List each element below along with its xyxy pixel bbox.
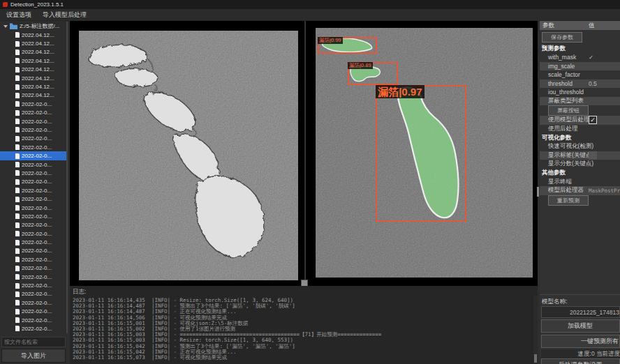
tree-item[interactable]: 2022-02-0...: [0, 126, 68, 134]
param-row-show-label[interactable]: 显示标签(关键点): [540, 151, 620, 160]
tree-item[interactable]: 2022-02-0...: [0, 324, 68, 333]
param-row-show-terminal[interactable]: 显示终端: [540, 178, 620, 187]
param-row-mask-type-list[interactable]: 屏蔽类型列表: [540, 97, 620, 106]
tree-scrollbar[interactable]: [66, 22, 68, 333]
file-icon: [15, 179, 20, 185]
tree-item[interactable]: 2022-02-0...: [0, 281, 68, 289]
param-label: 快速可视化(检测): [548, 142, 593, 151]
panel-scrollbar-thumb[interactable]: [537, 187, 539, 197]
tree-item[interactable]: 2022-02-0...: [0, 151, 68, 160]
param-value: MaskPostPro: [589, 188, 620, 194]
tree-item[interactable]: 2022-02-0...: [0, 160, 68, 169]
model-name-label: 模型名称:: [542, 298, 567, 306]
log-line: 2023-01-11 16:16:14,506 |INFO| - 可视化预测结果…: [70, 315, 538, 321]
tree-item[interactable]: 2022-02-0...: [0, 143, 68, 151]
left-image-original[interactable]: [79, 31, 298, 280]
tree-item[interactable]: 2022-02-0...: [0, 308, 68, 316]
viewer-divider: [304, 21, 306, 286]
tree-item[interactable]: 2022-02-0...: [0, 100, 68, 108]
tree-item[interactable]: 2022.04.12...: [0, 82, 68, 91]
tree-root-folder[interactable]: Z:/5-标注数据/...: [0, 22, 68, 31]
postprocess-settings-button[interactable]: 后处理参数设置: [541, 358, 620, 364]
tree-item[interactable]: 2022-02-0...: [0, 238, 68, 246]
log-scrollbar[interactable]: [533, 296, 538, 364]
tree-item[interactable]: 2022-02-0...: [0, 221, 68, 229]
tree-item[interactable]: 2022-02-0...: [0, 298, 68, 307]
tree-item[interactable]: 2022-02-0...: [0, 135, 68, 143]
file-sidebar: Z:/5-标注数据/... 2022.04.12... 2022.04.12..…: [0, 21, 68, 364]
param-row-threshold[interactable]: threshold 0.5: [540, 79, 620, 89]
param-row-quick-visualization[interactable]: 快速可视化(检测): [540, 142, 620, 151]
param-label: img_scale: [548, 63, 575, 70]
import-images-button[interactable]: 导入图片: [1, 349, 66, 363]
menu-item-import-postprocess[interactable]: 导入模型后处理: [43, 10, 87, 20]
filename-search-input[interactable]: [1, 337, 66, 347]
tree-item[interactable]: 2022-02-0...: [0, 290, 68, 298]
tree-item[interactable]: 2022-02-0...: [0, 255, 68, 264]
tree-item[interactable]: 2022-02-0...: [0, 273, 68, 281]
tree-item[interactable]: 2022-02-0...: [0, 229, 68, 238]
file-icon: [15, 162, 20, 167]
tree-item[interactable]: 2022-02-0...: [0, 169, 68, 177]
tree-item[interactable]: 2022-02-0...: [0, 204, 68, 212]
tree-item[interactable]: 2022.04.12...: [0, 39, 68, 47]
param-row-with-mask[interactable]: with_mask ✓: [540, 53, 620, 62]
log-line: 2023-01-11 16:16:15,042 |INFO| - 预测出了3个结…: [70, 344, 538, 349]
tree-item[interactable]: 2022.04.12...: [0, 66, 68, 74]
tree-item[interactable]: 2022-02-0...: [0, 316, 68, 324]
tree-item[interactable]: 2022-02-0...: [0, 212, 68, 220]
tree-item[interactable]: 2022-02-0...: [0, 117, 68, 126]
load-model-button[interactable]: 加载模型: [541, 319, 620, 333]
log-line: 2023-01-11 16:16:15,003 |INFO| - =======…: [70, 332, 538, 338]
param-row-model-postprocessor[interactable]: 模型后处理器 MaskPostPro: [540, 186, 620, 195]
tree-item-label: 2022.04.12...: [22, 58, 54, 64]
param-row-scale-factor[interactable]: scale_factor: [540, 70, 620, 79]
menu-item-settings[interactable]: 设置选项: [6, 10, 31, 20]
param-row-use-model-postprocess[interactable]: 使用模型后处理 ✓: [540, 116, 620, 125]
tree-item[interactable]: 2022-02-0...: [0, 247, 68, 255]
repredict-button[interactable]: 重新预测: [548, 195, 589, 206]
tree-item-label: 2022-02-0...: [22, 317, 52, 324]
param-row-use-postprocess[interactable]: 使用后处理: [540, 125, 620, 134]
file-icon: [15, 300, 20, 305]
model-name-field[interactable]: 20221225_174813: [541, 306, 620, 318]
folder-icon: [10, 23, 17, 29]
log-line: 2023-01-11 16:16:14,487 |INFO| - 预测出了3个结…: [70, 303, 538, 309]
show-label-checkbox[interactable]: [589, 151, 597, 160]
param-column-header: 参数: [540, 22, 589, 30]
log-scrollbar-thumb[interactable]: [534, 354, 537, 363]
tree-item-label: 2022.04.12...: [22, 84, 54, 90]
param-row-img-scale[interactable]: img_scale: [540, 62, 620, 71]
tree-item[interactable]: 2022.04.12...: [0, 91, 68, 100]
file-icon: [15, 257, 20, 262]
file-icon: [15, 240, 20, 245]
tree-item[interactable]: 2022-02-0...: [0, 264, 68, 273]
tree-item-label: 2022-02-0...: [22, 265, 52, 271]
save-params-button[interactable]: 保存参数: [542, 32, 582, 43]
predict-all-button[interactable]: 一键预测所有: [541, 335, 620, 348]
section-visualization-params: 可视化参数: [540, 133, 620, 142]
expand-caret-icon[interactable]: [3, 25, 8, 28]
tree-item-label: 2022.04.12...: [22, 66, 54, 73]
use-model-postprocess-checkbox[interactable]: ✓: [589, 116, 597, 124]
tree-item[interactable]: 2022.04.12...: [0, 56, 68, 65]
tree-item-label: 2022-02-0...: [22, 170, 52, 176]
param-label: 使用模型后处理: [548, 116, 590, 124]
tree-item[interactable]: 2022-02-0...: [0, 186, 68, 195]
tree-item[interactable]: 2022-02-0...: [0, 195, 68, 203]
tree-item[interactable]: 2022.04.12...: [0, 31, 68, 39]
right-image-prediction[interactable]: [316, 28, 533, 278]
tree-item[interactable]: 2022-02-0...: [0, 178, 68, 186]
title-bar: Detection_2023.1.5.1: [0, 0, 620, 9]
param-label: iou_threshold: [548, 89, 584, 96]
tree-item[interactable]: 2022.04.12...: [0, 74, 68, 82]
param-label: 显示分数(关键点): [548, 160, 593, 168]
tree-item[interactable]: 2022-02-0...: [0, 109, 68, 117]
tree-item-list: 2022.04.12... 2022.04.12... 2022.04.12..…: [0, 31, 68, 333]
file-icon: [15, 32, 20, 38]
param-row-show-score[interactable]: 显示分数(关键点): [540, 160, 620, 169]
tree-item[interactable]: 2022.04.12...: [0, 48, 68, 56]
param-label: 屏蔽类型列表: [548, 97, 584, 105]
param-row-iou-threshold[interactable]: iou_threshold: [540, 88, 620, 97]
mask-button[interactable]: 屏蔽按钮: [548, 105, 589, 116]
